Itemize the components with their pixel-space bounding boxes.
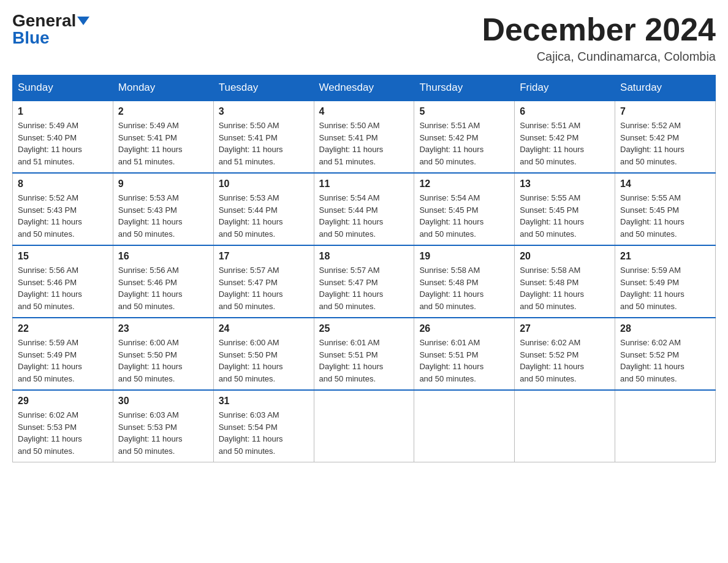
- day-info: Sunrise: 6:02 AMSunset: 5:52 PMDaylight:…: [620, 337, 710, 385]
- calendar-cell: 7Sunrise: 5:52 AMSunset: 5:42 PMDaylight…: [615, 101, 716, 173]
- calendar-cell: 2Sunrise: 5:49 AMSunset: 5:41 PMDaylight…: [113, 101, 213, 173]
- day-number: 5: [419, 106, 509, 117]
- calendar-cell: 17Sunrise: 5:57 AMSunset: 5:47 PMDayligh…: [213, 245, 314, 318]
- calendar-table: SundayMondayTuesdayWednesdayThursdayFrid…: [12, 75, 716, 462]
- day-info: Sunrise: 6:02 AMSunset: 5:52 PMDaylight:…: [520, 337, 610, 385]
- day-number: 22: [18, 323, 108, 334]
- calendar-cell: 16Sunrise: 5:56 AMSunset: 5:46 PMDayligh…: [113, 245, 213, 318]
- calendar-cell: 6Sunrise: 5:51 AMSunset: 5:42 PMDaylight…: [515, 101, 615, 173]
- day-info: Sunrise: 5:57 AMSunset: 5:47 PMDaylight:…: [219, 264, 309, 312]
- day-number: 7: [620, 106, 710, 117]
- day-info: Sunrise: 6:03 AMSunset: 5:54 PMDaylight:…: [219, 409, 309, 457]
- day-number: 21: [620, 251, 710, 262]
- week-row-1: 1Sunrise: 5:49 AMSunset: 5:40 PMDaylight…: [13, 101, 716, 173]
- calendar-cell: 18Sunrise: 5:57 AMSunset: 5:47 PMDayligh…: [314, 245, 414, 318]
- logo-general-text: General: [12, 12, 76, 29]
- calendar-cell: 26Sunrise: 6:01 AMSunset: 5:51 PMDayligh…: [414, 318, 515, 390]
- day-info: Sunrise: 5:51 AMSunset: 5:42 PMDaylight:…: [520, 120, 610, 167]
- calendar-cell: 5Sunrise: 5:51 AMSunset: 5:42 PMDaylight…: [414, 101, 515, 173]
- calendar-cell: 29Sunrise: 6:02 AMSunset: 5:53 PMDayligh…: [13, 390, 113, 462]
- calendar-cell: 22Sunrise: 5:59 AMSunset: 5:49 PMDayligh…: [13, 318, 113, 390]
- title-block: December 2024 Cajica, Cundinamarca, Colo…: [482, 12, 716, 64]
- day-info: Sunrise: 5:53 AMSunset: 5:43 PMDaylight:…: [118, 192, 208, 240]
- calendar-cell: 19Sunrise: 5:58 AMSunset: 5:48 PMDayligh…: [414, 245, 515, 318]
- column-header-wednesday: Wednesday: [314, 75, 414, 101]
- day-number: 26: [419, 323, 509, 334]
- day-number: 13: [520, 178, 610, 190]
- day-info: Sunrise: 5:52 AMSunset: 5:43 PMDaylight:…: [18, 192, 108, 240]
- day-number: 30: [118, 396, 208, 407]
- calendar-cell: 8Sunrise: 5:52 AMSunset: 5:43 PMDaylight…: [13, 173, 113, 245]
- calendar-cell: 28Sunrise: 6:02 AMSunset: 5:52 PMDayligh…: [615, 318, 716, 390]
- day-info: Sunrise: 6:03 AMSunset: 5:53 PMDaylight:…: [118, 409, 208, 457]
- day-number: 20: [520, 251, 610, 262]
- month-title: December 2024: [482, 12, 716, 47]
- day-number: 31: [219, 396, 309, 407]
- calendar-cell: 25Sunrise: 6:01 AMSunset: 5:51 PMDayligh…: [314, 318, 414, 390]
- day-number: 10: [219, 178, 309, 190]
- calendar-cell: 4Sunrise: 5:50 AMSunset: 5:41 PMDaylight…: [314, 101, 414, 173]
- calendar-cell: [515, 390, 615, 462]
- day-number: 6: [520, 106, 610, 117]
- day-info: Sunrise: 5:54 AMSunset: 5:45 PMDaylight:…: [419, 192, 509, 240]
- column-header-saturday: Saturday: [615, 75, 716, 101]
- day-info: Sunrise: 5:49 AMSunset: 5:41 PMDaylight:…: [118, 120, 208, 167]
- day-info: Sunrise: 5:56 AMSunset: 5:46 PMDaylight:…: [18, 264, 108, 312]
- day-number: 16: [118, 251, 208, 262]
- day-info: Sunrise: 5:55 AMSunset: 5:45 PMDaylight:…: [520, 192, 610, 240]
- day-number: 28: [620, 323, 710, 334]
- calendar-cell: 27Sunrise: 6:02 AMSunset: 5:52 PMDayligh…: [515, 318, 615, 390]
- page-header: General Blue December 2024 Cajica, Cundi…: [12, 12, 716, 64]
- day-info: Sunrise: 5:58 AMSunset: 5:48 PMDaylight:…: [520, 264, 610, 312]
- day-info: Sunrise: 6:00 AMSunset: 5:50 PMDaylight:…: [118, 337, 208, 385]
- day-info: Sunrise: 5:49 AMSunset: 5:40 PMDaylight:…: [18, 120, 108, 167]
- day-number: 18: [319, 251, 409, 262]
- calendar-cell: 12Sunrise: 5:54 AMSunset: 5:45 PMDayligh…: [414, 173, 515, 245]
- calendar-cell: 9Sunrise: 5:53 AMSunset: 5:43 PMDaylight…: [113, 173, 213, 245]
- day-number: 14: [620, 178, 710, 190]
- calendar-cell: 1Sunrise: 5:49 AMSunset: 5:40 PMDaylight…: [13, 101, 113, 173]
- day-number: 12: [419, 178, 509, 190]
- day-number: 27: [520, 323, 610, 334]
- location-text: Cajica, Cundinamarca, Colombia: [482, 50, 716, 64]
- day-number: 3: [219, 106, 309, 117]
- logo: General Blue: [12, 12, 89, 47]
- day-info: Sunrise: 5:59 AMSunset: 5:49 PMDaylight:…: [18, 337, 108, 385]
- day-number: 29: [18, 396, 108, 407]
- week-row-3: 15Sunrise: 5:56 AMSunset: 5:46 PMDayligh…: [13, 245, 716, 318]
- day-info: Sunrise: 5:50 AMSunset: 5:41 PMDaylight:…: [219, 120, 309, 167]
- day-number: 24: [219, 323, 309, 334]
- calendar-cell: 23Sunrise: 6:00 AMSunset: 5:50 PMDayligh…: [113, 318, 213, 390]
- day-info: Sunrise: 5:54 AMSunset: 5:44 PMDaylight:…: [319, 192, 409, 240]
- column-header-sunday: Sunday: [13, 75, 113, 101]
- day-info: Sunrise: 5:53 AMSunset: 5:44 PMDaylight:…: [219, 192, 309, 240]
- column-header-thursday: Thursday: [414, 75, 515, 101]
- logo-triangle-icon: [77, 17, 89, 25]
- day-info: Sunrise: 5:51 AMSunset: 5:42 PMDaylight:…: [419, 120, 509, 167]
- column-header-friday: Friday: [515, 75, 615, 101]
- calendar-cell: 13Sunrise: 5:55 AMSunset: 5:45 PMDayligh…: [515, 173, 615, 245]
- day-info: Sunrise: 6:01 AMSunset: 5:51 PMDaylight:…: [419, 337, 509, 385]
- day-number: 1: [18, 106, 108, 117]
- day-number: 23: [118, 323, 208, 334]
- calendar-cell: 24Sunrise: 6:00 AMSunset: 5:50 PMDayligh…: [213, 318, 314, 390]
- day-info: Sunrise: 5:59 AMSunset: 5:49 PMDaylight:…: [620, 264, 710, 312]
- logo-blue-text: Blue: [12, 29, 50, 47]
- calendar-cell: 15Sunrise: 5:56 AMSunset: 5:46 PMDayligh…: [13, 245, 113, 318]
- calendar-cell: 14Sunrise: 5:55 AMSunset: 5:45 PMDayligh…: [615, 173, 716, 245]
- calendar-cell: 11Sunrise: 5:54 AMSunset: 5:44 PMDayligh…: [314, 173, 414, 245]
- calendar-cell: 30Sunrise: 6:03 AMSunset: 5:53 PMDayligh…: [113, 390, 213, 462]
- day-info: Sunrise: 5:55 AMSunset: 5:45 PMDaylight:…: [620, 192, 710, 240]
- calendar-header-row: SundayMondayTuesdayWednesdayThursdayFrid…: [13, 75, 716, 101]
- calendar-cell: [615, 390, 716, 462]
- week-row-4: 22Sunrise: 5:59 AMSunset: 5:49 PMDayligh…: [13, 318, 716, 390]
- column-header-monday: Monday: [113, 75, 213, 101]
- calendar-cell: [314, 390, 414, 462]
- calendar-cell: 31Sunrise: 6:03 AMSunset: 5:54 PMDayligh…: [213, 390, 314, 462]
- day-info: Sunrise: 5:52 AMSunset: 5:42 PMDaylight:…: [620, 120, 710, 167]
- week-row-5: 29Sunrise: 6:02 AMSunset: 5:53 PMDayligh…: [13, 390, 716, 462]
- column-header-tuesday: Tuesday: [213, 75, 314, 101]
- day-info: Sunrise: 6:02 AMSunset: 5:53 PMDaylight:…: [18, 409, 108, 457]
- day-info: Sunrise: 6:01 AMSunset: 5:51 PMDaylight:…: [319, 337, 409, 385]
- day-info: Sunrise: 5:56 AMSunset: 5:46 PMDaylight:…: [118, 264, 208, 312]
